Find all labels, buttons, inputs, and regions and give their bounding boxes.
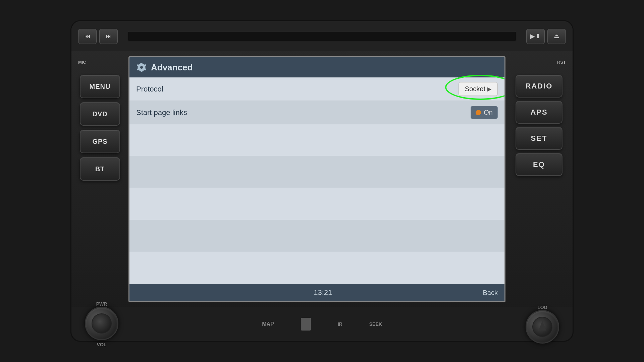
svg-marker-0 xyxy=(539,320,546,330)
left-buttons: MIC MENU DVD GPS BT xyxy=(71,55,128,304)
sd-card-slot xyxy=(301,318,311,330)
eq-button[interactable]: EQ xyxy=(516,153,562,176)
gear-icon xyxy=(136,62,147,73)
socket-button[interactable]: Socket ▶ xyxy=(459,82,498,96)
empty-row-1 xyxy=(129,124,504,156)
screen-title: Advanced xyxy=(151,62,193,73)
play-button[interactable]: ▶⏸ xyxy=(526,29,545,44)
right-buttons: RST RADIO APS SET EQ xyxy=(505,55,573,304)
bt-button[interactable]: BT xyxy=(80,157,120,181)
bottom-strip: PWR VOL MAP IR SEEK LOD xyxy=(71,307,573,341)
top-strip: ⏮ ⏭ ▶⏸ ⏏ xyxy=(71,21,573,51)
protocol-label: Protocol xyxy=(136,85,163,94)
dvd-button[interactable]: DVD xyxy=(80,102,120,126)
toggle-on-button[interactable]: On xyxy=(471,106,498,119)
rst-label: RST xyxy=(557,60,566,65)
protocol-row[interactable]: Protocol Socket ▶ xyxy=(129,77,504,101)
prev-button[interactable]: ⏮ xyxy=(78,29,97,44)
socket-arrow-icon: ▶ xyxy=(487,86,491,92)
empty-row-5 xyxy=(129,252,504,284)
map-label: MAP xyxy=(262,321,274,327)
screen-header: Advanced xyxy=(129,57,504,77)
head-unit: ⏮ ⏭ ▶⏸ ⏏ MIC MENU DVD GPS BT xyxy=(70,20,574,342)
vol-label: VOL xyxy=(97,342,107,347)
seek-label: SEEK xyxy=(369,321,382,327)
pwr-label: PWR xyxy=(96,301,107,307)
cd-slot xyxy=(128,31,516,41)
mic-label: MIC xyxy=(78,60,86,65)
pwr-knob[interactable] xyxy=(85,307,118,340)
screen: Advanced Protocol Socket ▶ xyxy=(128,56,505,302)
toggle-on-text: On xyxy=(484,109,493,116)
lod-label: LOD xyxy=(537,305,547,310)
gps-button[interactable]: GPS xyxy=(80,130,120,153)
aps-button[interactable]: APS xyxy=(516,101,562,124)
lod-knob-container: LOD xyxy=(526,305,559,344)
start-page-links-label: Start page links xyxy=(136,108,187,117)
start-page-links-row[interactable]: Start page links On xyxy=(129,101,504,124)
screen-content: Protocol Socket ▶ Start page links xyxy=(129,77,504,284)
pwr-knob-inner xyxy=(92,313,112,334)
lod-knob-indicator xyxy=(533,317,552,336)
clock-display: 13:21 xyxy=(163,288,483,297)
menu-button[interactable]: MENU xyxy=(80,75,120,98)
lod-knob-inner xyxy=(532,317,552,337)
protocol-value: Socket ▶ xyxy=(459,82,498,96)
empty-row-3 xyxy=(129,188,504,220)
ir-label: IR xyxy=(338,321,342,327)
empty-row-2 xyxy=(129,156,504,188)
set-button[interactable]: SET xyxy=(516,127,562,150)
pwr-knob-container: PWR VOL xyxy=(85,301,118,347)
radio-button[interactable]: RADIO xyxy=(516,75,562,98)
lod-knob[interactable] xyxy=(526,310,559,344)
back-button[interactable]: Back xyxy=(483,289,498,297)
main-body: MIC MENU DVD GPS BT Advanced Protoc xyxy=(71,51,573,307)
empty-row-4 xyxy=(129,220,504,252)
transport-right: ▶⏸ ⏏ xyxy=(526,29,566,44)
bottom-center: MAP IR SEEK xyxy=(262,318,382,330)
empty-rows xyxy=(129,124,504,284)
screen-footer: 13:21 Back xyxy=(129,284,504,301)
socket-text: Socket xyxy=(465,85,485,93)
next-button[interactable]: ⏭ xyxy=(99,29,118,44)
transport-left: ⏮ ⏭ xyxy=(78,29,118,44)
eject-button[interactable]: ⏏ xyxy=(547,29,566,44)
start-page-links-value: On xyxy=(471,106,498,119)
toggle-dot-icon xyxy=(476,110,481,115)
